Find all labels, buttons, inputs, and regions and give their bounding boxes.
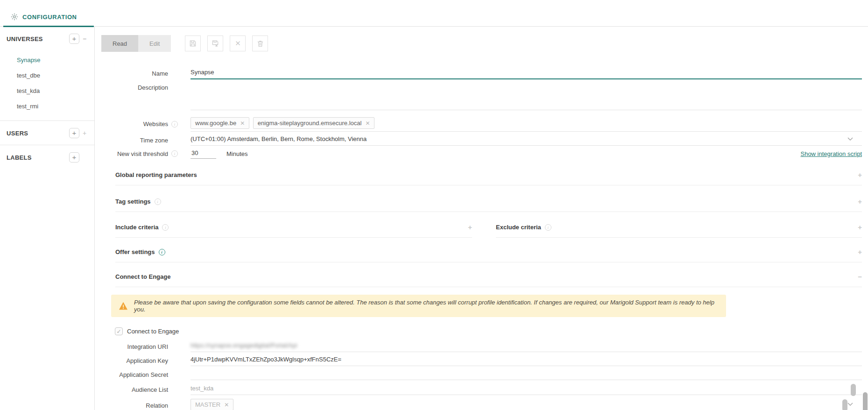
tab-label: CONFIGURATION bbox=[22, 14, 77, 21]
website-tag[interactable]: www.google.be ✕ bbox=[191, 117, 249, 129]
sidebar-item-test-dbe[interactable]: test_dbe bbox=[0, 68, 94, 83]
remove-tag-icon[interactable]: ✕ bbox=[365, 120, 370, 127]
relation-tag[interactable]: MASTER ✕ bbox=[191, 399, 233, 410]
info-icon[interactable]: i bbox=[162, 224, 169, 231]
field-scrollbar-thumb[interactable] bbox=[842, 399, 847, 410]
expand-section-icon[interactable]: + bbox=[858, 223, 862, 231]
expand-section-icon[interactable]: + bbox=[858, 171, 862, 179]
form-row-application-secret: Application Secret bbox=[101, 369, 862, 380]
sidebar-item-synapse[interactable]: Synapse bbox=[0, 52, 94, 68]
chevron-down-icon[interactable] bbox=[847, 403, 853, 406]
info-icon[interactable]: i bbox=[155, 198, 161, 205]
sidebar-item-test-kda[interactable]: test_kda bbox=[0, 83, 94, 99]
edit-button[interactable]: Edit bbox=[138, 35, 171, 52]
audience-list-label: Audience List bbox=[132, 386, 168, 393]
threshold-label: New visit threshold bbox=[117, 150, 168, 157]
audience-list-input[interactable]: test_kda bbox=[191, 384, 862, 395]
cancel-button[interactable]: ✕ bbox=[230, 35, 246, 51]
delete-button[interactable] bbox=[252, 35, 268, 51]
expand-section-icon[interactable]: + bbox=[468, 223, 472, 231]
form-row-application-key: Application Key 4jUtr+P1dwpKVVmLTxZEhZpo… bbox=[101, 355, 862, 366]
section-connect-to-engage: Connect to Engage − bbox=[115, 273, 862, 287]
expand-users-icon[interactable]: + bbox=[79, 129, 90, 137]
timezone-select[interactable]: (UTC+01:00) Amsterdam, Berlin, Bern, Rom… bbox=[191, 134, 862, 146]
collapse-universes-icon[interactable]: − bbox=[79, 35, 90, 42]
description-input[interactable] bbox=[191, 84, 862, 110]
universe-list: Synapse test_dbe test_kda test_rmi bbox=[0, 50, 94, 120]
add-user-button[interactable]: + bbox=[69, 128, 79, 138]
timezone-label: Time zone bbox=[140, 137, 168, 144]
form-row-relation: Relation MASTER ✕ bbox=[101, 398, 862, 410]
global-reporting-title: Global reporting parameters bbox=[115, 171, 197, 178]
relation-label: Relation bbox=[146, 402, 168, 409]
sidebar-section-universes: UNIVERSES + − bbox=[0, 27, 94, 50]
read-edit-toggle: Read Edit bbox=[101, 35, 171, 52]
save-close-button[interactable] bbox=[207, 35, 223, 51]
expand-section-icon[interactable]: + bbox=[858, 198, 862, 205]
section-exclude-criteria: Exclude criteria i + bbox=[496, 223, 862, 238]
top-tab-bar: CONFIGURATION bbox=[0, 0, 868, 27]
page-scrollbar-thumb[interactable] bbox=[863, 392, 868, 410]
section-include-criteria: Include criteria i + bbox=[115, 223, 472, 238]
relation-select[interactable]: MASTER ✕ bbox=[191, 398, 862, 410]
exclude-criteria-title: Exclude criteria bbox=[496, 224, 541, 231]
warning-icon bbox=[119, 302, 128, 310]
main-panel: Read Edit ✕ bbox=[95, 27, 868, 410]
tab-configuration[interactable]: CONFIGURATION bbox=[3, 13, 94, 27]
warning-banner: Please be aware that upon saving the con… bbox=[111, 295, 726, 317]
save-button[interactable] bbox=[185, 35, 201, 51]
name-label: Name bbox=[152, 70, 168, 77]
include-criteria-title: Include criteria bbox=[115, 224, 158, 231]
field-scrollbar-thumb[interactable] bbox=[851, 384, 856, 396]
collapse-section-icon[interactable]: − bbox=[858, 273, 862, 281]
description-label: Description bbox=[138, 84, 168, 91]
save-icon bbox=[189, 39, 197, 48]
remove-tag-icon[interactable]: ✕ bbox=[240, 120, 245, 127]
application-key-input[interactable]: 4jUtr+P1dwpKVVmLTxZEhZpo3JkWglsqp+xfFnS5… bbox=[191, 355, 862, 366]
form-row-timezone: Time zone (UTC+01:00) Amsterdam, Berlin,… bbox=[101, 134, 862, 146]
check-icon: ✓ bbox=[116, 328, 121, 335]
threshold-input[interactable]: 30 bbox=[191, 148, 216, 159]
website-tag[interactable]: enigma-siteplayground.emsecure.local ✕ bbox=[253, 117, 375, 129]
labels-title: LABELS bbox=[7, 154, 69, 161]
connect-to-engage-checkbox[interactable]: ✓ bbox=[115, 327, 123, 335]
form-row-audience-list: Audience List test_kda bbox=[101, 384, 862, 395]
application-secret-label: Application Secret bbox=[119, 371, 168, 378]
connect-to-engage-checkbox-label: Connect to Engage bbox=[127, 328, 179, 335]
info-icon[interactable]: i bbox=[159, 249, 165, 255]
info-icon[interactable]: i bbox=[545, 224, 551, 231]
application-secret-input[interactable] bbox=[191, 369, 862, 380]
info-icon[interactable]: i bbox=[171, 150, 178, 157]
offer-settings-title: Offer settings bbox=[115, 248, 155, 255]
users-title: USERS bbox=[7, 130, 69, 137]
read-button[interactable]: Read bbox=[101, 35, 138, 52]
section-global-reporting: Global reporting parameters + bbox=[115, 171, 862, 185]
threshold-unit: Minutes bbox=[226, 150, 248, 157]
integration-uri-input[interactable]: https://synapse.engagedigital/Portal/Api bbox=[191, 341, 862, 352]
remove-tag-icon[interactable]: ✕ bbox=[224, 402, 229, 408]
form-row-description: Description bbox=[101, 84, 862, 110]
form-row-integration-uri: Integration URI https://synapse.engagedi… bbox=[101, 341, 862, 352]
sidebar-section-users: USERS + + bbox=[0, 121, 94, 145]
add-label-button[interactable]: + bbox=[69, 152, 79, 163]
tag-settings-title: Tag settings bbox=[115, 198, 151, 205]
form-row-threshold: New visit threshold i 30 Minutes Show in… bbox=[101, 148, 862, 159]
info-icon[interactable]: i bbox=[171, 121, 178, 127]
section-tag-settings: Tag settings i + bbox=[115, 198, 862, 212]
save-close-icon bbox=[211, 39, 219, 48]
close-icon: ✕ bbox=[235, 39, 241, 48]
websites-input[interactable]: www.google.be ✕ enigma-siteplayground.em… bbox=[191, 116, 862, 132]
add-universe-button[interactable]: + bbox=[69, 34, 79, 44]
chevron-down-icon[interactable] bbox=[847, 137, 853, 141]
sidebar-section-labels: LABELS + bbox=[0, 145, 94, 169]
warning-text: Please be aware that upon saving the con… bbox=[134, 299, 719, 313]
show-integration-script-link[interactable]: Show integration script bbox=[800, 150, 862, 157]
sidebar: UNIVERSES + − Synapse test_dbe test_kda … bbox=[0, 27, 95, 410]
expand-section-icon[interactable]: + bbox=[858, 248, 862, 256]
criteria-row: Include criteria i + Exclude criteria i … bbox=[115, 223, 862, 238]
sidebar-item-test-rmi[interactable]: test_rmi bbox=[0, 99, 94, 114]
name-input[interactable]: Synapse bbox=[191, 68, 862, 79]
application-key-label: Application Key bbox=[126, 357, 168, 364]
toolbar: Read Edit ✕ bbox=[101, 35, 862, 52]
integration-uri-label: Integration URI bbox=[127, 343, 168, 350]
